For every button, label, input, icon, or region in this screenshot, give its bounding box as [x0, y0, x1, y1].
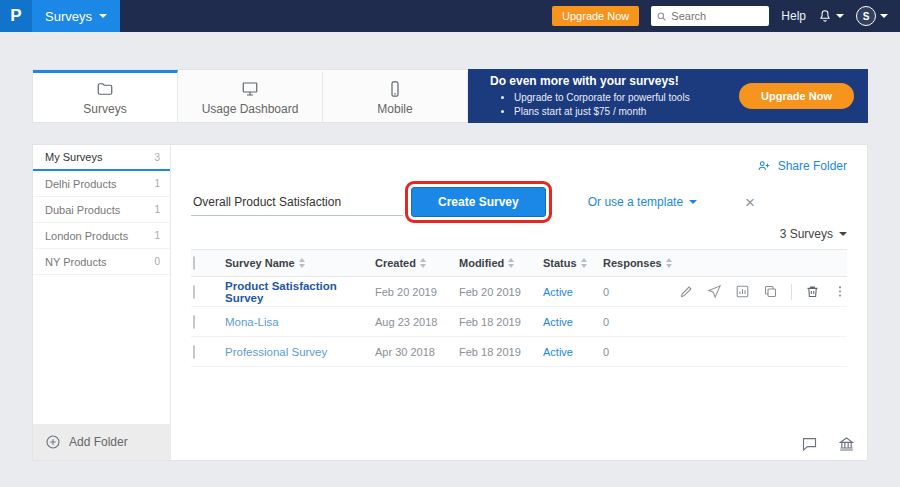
app-logo[interactable]: P [0, 0, 32, 32]
column-header-status[interactable]: Status [543, 257, 603, 269]
sort-icon[interactable] [299, 258, 305, 268]
folder-count: 1 [154, 204, 160, 215]
table-body: Product Satisfaction Survey Feb 20 2019 … [191, 277, 847, 367]
select-all-checkbox[interactable] [193, 256, 195, 270]
folder-label: Dubai Products [45, 204, 120, 216]
help-link[interactable]: Help [781, 9, 806, 23]
header-label: Responses [603, 257, 662, 269]
chevron-down-icon [99, 14, 107, 18]
chevron-down-icon [880, 14, 888, 18]
survey-name-input[interactable] [191, 189, 403, 216]
status-badge: Active [543, 346, 603, 358]
row-checkbox[interactable] [193, 315, 195, 329]
sort-icon[interactable] [420, 258, 426, 268]
survey-count-label: 3 Surveys [780, 227, 833, 241]
row-actions [679, 284, 847, 300]
create-survey-button[interactable]: Create Survey [411, 187, 546, 217]
notifications-menu[interactable] [818, 9, 844, 23]
divider [791, 284, 792, 300]
global-search[interactable] [651, 6, 769, 26]
create-survey-row: Create Survey Or use a template × [191, 181, 847, 223]
upgrade-now-button[interactable]: Upgrade Now [552, 6, 639, 26]
sort-icon[interactable] [508, 258, 514, 268]
survey-name-link[interactable]: Mona-Lisa [225, 316, 279, 328]
sidebar-item-dubai-products[interactable]: Dubai Products 1 [33, 197, 170, 223]
bank-icon[interactable] [838, 436, 855, 452]
content: My Surveys 3 Delhi Products 1 Dubai Prod… [32, 144, 868, 461]
tab-surveys[interactable]: Surveys [33, 70, 178, 122]
responses-cell: 0 [603, 286, 679, 298]
add-folder-label: Add Folder [69, 435, 128, 449]
folder-count: 1 [154, 178, 160, 189]
folder-label: London Products [45, 230, 128, 242]
tab-mobile[interactable]: Mobile [323, 70, 468, 122]
sidebar-item-my-surveys[interactable]: My Surveys 3 [33, 145, 170, 171]
topbar-right: Upgrade Now Help S [552, 6, 900, 26]
modified-cell: Feb 20 2019 [459, 286, 543, 298]
feedback-chat-icon[interactable] [801, 436, 818, 452]
use-template-link[interactable]: Or use a template [588, 195, 697, 209]
annotation-highlight-ring: Create Survey [405, 181, 552, 223]
promo-upgrade-button[interactable]: Upgrade Now [739, 83, 854, 109]
tab-label: Mobile [377, 102, 412, 116]
sort-icon[interactable] [581, 258, 587, 268]
survey-count-dropdown[interactable]: 3 Surveys [780, 227, 847, 241]
folder-icon [95, 80, 115, 98]
column-header-survey-name[interactable]: Survey Name [225, 257, 375, 269]
count-row: 3 Surveys [191, 227, 847, 241]
dashboard-icon [240, 80, 260, 98]
responses-cell: 0 [603, 346, 679, 358]
surveys-table: Survey Name Created Modified Status Resp… [191, 249, 847, 367]
product-menu-label: Surveys [45, 9, 92, 24]
created-cell: Aug 23 2018 [375, 316, 459, 328]
sidebar-item-ny-products[interactable]: NY Products 0 [33, 249, 170, 275]
send-icon[interactable] [707, 284, 722, 299]
tab-usage-dashboard[interactable]: Usage Dashboard [178, 70, 323, 122]
add-folder-button[interactable]: Add Folder [33, 424, 170, 460]
modified-cell: Feb 18 2019 [459, 316, 543, 328]
more-kebab-icon[interactable] [833, 284, 847, 299]
created-cell: Apr 30 2018 [375, 346, 459, 358]
sidebar-item-london-products[interactable]: London Products 1 [33, 223, 170, 249]
account-menu[interactable]: S [856, 6, 888, 26]
row-checkbox[interactable] [193, 345, 195, 359]
modified-cell: Feb 18 2019 [459, 346, 543, 358]
edit-pencil-icon[interactable] [679, 284, 694, 299]
analytics-icon[interactable] [735, 284, 750, 299]
product-menu-surveys[interactable]: Surveys [32, 0, 120, 32]
created-cell: Feb 20 2019 [375, 286, 459, 298]
status-badge: Active [543, 316, 603, 328]
chevron-down-icon [836, 14, 844, 18]
column-header-responses[interactable]: Responses [603, 257, 679, 269]
topbar: P Surveys Upgrade Now Help S [0, 0, 900, 32]
sidebar-item-delhi-products[interactable]: Delhi Products 1 [33, 171, 170, 197]
sort-icon[interactable] [666, 258, 672, 268]
avatar: S [856, 6, 876, 26]
folder-label: Delhi Products [45, 178, 117, 190]
promo-text: Do even more with your surveys! Upgrade … [490, 74, 739, 118]
tab-strip: Surveys Usage Dashboard Mobile [32, 69, 468, 123]
main-panel: Share Folder Create Survey Or use a temp… [171, 145, 867, 460]
promo-bullet: Upgrade to Corporate for powerful tools [514, 91, 739, 105]
row-checkbox[interactable] [193, 285, 195, 299]
promo-bullet: Plans start at just $75 / month [514, 105, 739, 119]
table-row: Mona-Lisa Aug 23 2018 Feb 18 2019 Active… [191, 307, 847, 337]
folder-label: My Surveys [45, 151, 102, 163]
column-header-created[interactable]: Created [375, 257, 459, 269]
tab-label: Usage Dashboard [202, 102, 299, 116]
table-row: Product Satisfaction Survey Feb 20 2019 … [191, 277, 847, 307]
search-input[interactable] [671, 10, 761, 22]
share-folder-button[interactable]: Share Folder [756, 159, 847, 173]
close-icon[interactable]: × [745, 194, 755, 211]
folder-count: 1 [154, 230, 160, 241]
copy-icon[interactable] [763, 284, 778, 299]
column-header-modified[interactable]: Modified [459, 257, 543, 269]
table-header-row: Survey Name Created Modified Status Resp… [191, 249, 847, 277]
chevron-down-icon [689, 200, 697, 204]
use-template-label: Or use a template [588, 195, 683, 209]
survey-name-link[interactable]: Professional Survey [225, 346, 327, 358]
survey-name-link[interactable]: Product Satisfaction Survey [225, 280, 337, 304]
trash-icon[interactable] [805, 284, 820, 299]
header-label: Modified [459, 257, 504, 269]
search-icon [656, 11, 667, 22]
